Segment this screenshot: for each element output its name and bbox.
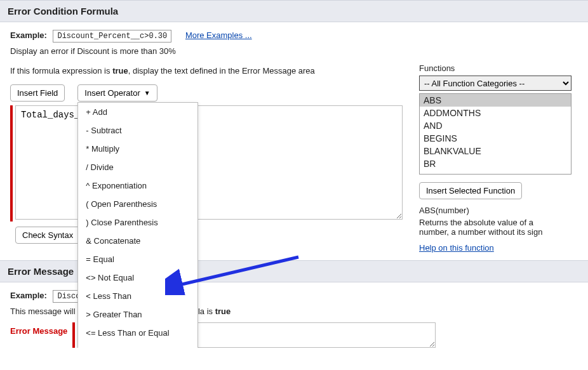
operator-item[interactable]: <= Less Than or Equal <box>78 324 197 342</box>
operator-item[interactable]: < Less Than <box>78 287 197 305</box>
operator-item[interactable]: > Greater Than <box>78 305 197 324</box>
section-header-formula: Error Condition Formula <box>0 0 588 22</box>
function-item[interactable]: ADDMONTHS <box>420 107 571 119</box>
operator-item[interactable]: / Divide <box>78 158 197 176</box>
help-on-function-link[interactable]: Help on this function <box>419 243 494 253</box>
function-category-select[interactable]: -- All Function Categories -- <box>419 76 571 91</box>
operator-item[interactable]: ( Open Parenthesis <box>78 195 197 213</box>
formula-textarea[interactable] <box>15 105 403 220</box>
function-item[interactable]: BLANKVALUE <box>420 145 571 157</box>
operator-item[interactable]: + Add <box>78 103 197 121</box>
insert-field-button[interactable]: Insert Field <box>10 84 65 102</box>
formula-area-wrap <box>10 105 404 221</box>
example-row: Example: Discount_Percent__c>0.30 More E… <box>10 30 578 43</box>
function-item[interactable]: BR <box>420 157 571 170</box>
errmsg-example-label: Example: <box>10 291 47 300</box>
example-label: Example: <box>10 30 47 40</box>
required-bar <box>72 322 75 348</box>
operator-item[interactable]: * Multiply <box>78 140 197 158</box>
insert-operator-dropdown[interactable]: Insert Operator ▼ + Add- Subtract* Multi… <box>77 84 157 102</box>
required-bar <box>10 105 13 221</box>
example-description: Display an error if Discount is more tha… <box>10 46 578 56</box>
functions-panel: Functions -- All Function Categories -- … <box>419 60 578 253</box>
function-description: Returns the absolute value of a number, … <box>419 218 565 237</box>
function-item[interactable]: BEGINS <box>420 132 571 145</box>
operator-item[interactable]: = Equal <box>78 250 197 268</box>
operator-item[interactable]: ^ Exponentiation <box>78 176 197 195</box>
instruction-text: If this formula expression is true, disp… <box>10 66 404 76</box>
error-message-label: Error Message <box>10 322 80 336</box>
operator-item[interactable]: & Concatenate <box>78 232 197 250</box>
operator-item[interactable]: ) Close Parenthesis <box>78 213 197 232</box>
operator-item[interactable]: - Subtract <box>78 121 197 140</box>
function-item[interactable]: ABS <box>420 94 571 107</box>
operator-item[interactable]: <> Not Equal <box>78 268 197 287</box>
formula-content: Example: Discount_Percent__c>0.30 More E… <box>0 22 588 260</box>
chevron-down-icon: ▼ <box>144 89 150 96</box>
function-item[interactable]: AND <box>420 119 571 132</box>
operator-menu: + Add- Subtract* Multiply/ Divide^ Expon… <box>77 102 198 348</box>
more-examples-link[interactable]: More Examples ... <box>185 30 252 40</box>
function-signature: ABS(number) <box>419 206 578 215</box>
check-syntax-button[interactable]: Check Syntax <box>15 227 80 244</box>
insert-selected-function-button[interactable]: Insert Selected Function <box>419 182 522 199</box>
example-formula-box: Discount_Percent__c>0.30 <box>53 30 171 43</box>
functions-label: Functions <box>419 63 578 73</box>
insert-operator-button[interactable]: Insert Operator ▼ <box>77 84 157 102</box>
function-listbox[interactable]: ABSADDMONTHSANDBEGINSBLANKVALUEBR <box>419 93 571 175</box>
operator-item[interactable]: >= Greater Than or Equal <box>78 342 197 348</box>
